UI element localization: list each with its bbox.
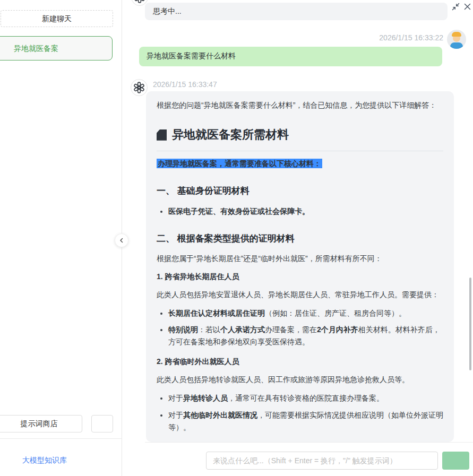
md-p: 根据您属于“异地长期居住”还是“临时外出就医”，所需材料有所不同：: [157, 253, 443, 265]
window-controls: [451, 2, 472, 11]
md-h1: 异地就医备案所需材料: [157, 125, 443, 144]
document-icon: [157, 129, 167, 141]
md-p: 办理异地就医备案，通常需要准备以下核心材料：: [157, 158, 443, 170]
assistant-message-timestamp: 2026/1/15 16:33:47: [153, 80, 217, 89]
collapse-window-icon[interactable]: [451, 2, 460, 11]
md-ul: 医保电子凭证、有效身份证或社会保障卡。: [157, 205, 443, 218]
md-p: 1. 跨省异地长期居住人员: [157, 271, 443, 283]
avatar-shirt: [450, 42, 463, 49]
list-item: 对于其他临时外出就医情况，可能需要根据实际情况提供相应说明（如单位外派证明等）。: [168, 409, 443, 434]
sidebar-extra-button[interactable]: [91, 415, 113, 432]
assistant-avatar: [131, 79, 148, 96]
chat-panel: 思考中... 2026/1/15 16:33:22: [122, 0, 473, 476]
assistant-message-bubble: 根据您的问题“异地就医备案需要什么材料”，结合已知信息，为您提供以下详细解答：异…: [146, 91, 454, 442]
md-p: 根据您的问题“异地就医备案需要什么材料”，结合已知信息，为您提供以下详细解答：: [157, 99, 443, 111]
avatar-hair: [452, 32, 461, 37]
md-h2: 二、 根据备案类型提供的证明材料: [157, 231, 443, 246]
md-h2: 一、 基础身份证明材料: [157, 184, 443, 198]
openai-logo-icon: [133, 81, 145, 94]
md-p: 2. 跨省临时外出就医人员: [157, 356, 443, 368]
md-p: 此类人员包括异地转诊就医人员、因工作或旅游等原因异地急诊抢救人员等。: [157, 374, 443, 386]
message-input[interactable]: [206, 452, 438, 470]
md-ul: 长期居住认定材料或居住证明（例如：居住证、房产证、租房合同等）。特别说明：若以个…: [157, 307, 443, 348]
sidebar-item-conversation[interactable]: 异地就医备案: [0, 36, 113, 60]
sidebar-collapse-button[interactable]: [115, 233, 128, 247]
prompt-store-button[interactable]: 提示词商店: [0, 415, 82, 432]
app-window: 新建聊天 异地就医备案 提示词商店 大模型知识库: [0, 0, 473, 476]
chevron-left-icon: [118, 237, 125, 244]
knowledge-base-link[interactable]: 大模型知识库: [22, 456, 67, 465]
send-button[interactable]: [442, 452, 469, 470]
list-item: 长期居住认定材料或居住证明（例如：居住证、房产证、租房合同等）。: [168, 307, 443, 319]
openai-logo-icon: [133, 0, 146, 4]
list-item: 特别说明：若以个人承诺方式办理备案，需在2个月内补齐相关材料。材料补齐后，方可在…: [168, 324, 443, 348]
md-ul: 对于异地转诊人员，通常可在具有转诊资格的医院直接办理备案。对于其他临时外出就医情…: [157, 392, 443, 433]
md-p: 此类人员包括异地安置退休人员、异地长期居住人员、常驻异地工作人员。需要提供：: [157, 289, 443, 301]
user-message-timestamp: 2026/1/15 16:33:22: [379, 33, 443, 42]
sidebar-divider: [0, 438, 122, 439]
assistant-message-body: 根据您的问题“异地就医备案需要什么材料”，结合已知信息，为您提供以下详细解答：异…: [157, 99, 443, 442]
heading-divider: [157, 151, 443, 151]
user-message-bubble: 异地就医备案需要什么材料: [139, 47, 442, 66]
list-item: 对于异地转诊人员，通常可在具有转诊资格的医院直接办理备案。: [168, 392, 443, 404]
selected-text-highlight: 办理异地就医备案，通常需要准备以下核心材料：: [157, 159, 322, 168]
list-item: 医保电子凭证、有效身份证或社会保障卡。: [168, 205, 443, 218]
new-chat-button[interactable]: 新建聊天: [1, 10, 113, 27]
thinking-status-bubble: 思考中...: [145, 3, 448, 20]
close-icon[interactable]: [462, 2, 472, 11]
scrollbar-thumb[interactable]: [469, 278, 471, 370]
sidebar: 新建聊天 异地就医备案 提示词商店 大模型知识库: [0, 0, 122, 476]
user-avatar: [447, 30, 466, 49]
composer-divider: [145, 442, 473, 443]
